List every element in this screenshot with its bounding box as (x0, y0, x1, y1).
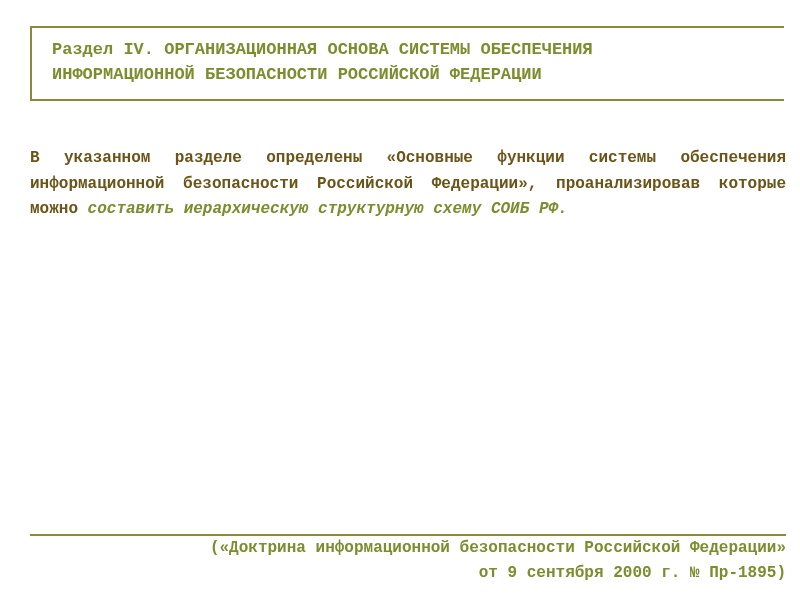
footer-line-1: («Доктрина информационной безопасности Р… (210, 539, 786, 557)
body-paragraph: В указанном разделе определены «Основные… (30, 146, 786, 223)
body-text-italic: составить иерархическую структурную схем… (88, 200, 568, 218)
section-title: Раздел IV. ОРГАНИЗАЦИОННАЯ ОСНОВА СИСТЕМ… (52, 38, 764, 87)
footer-citation: («Доктрина информационной безопасности Р… (30, 536, 786, 586)
title-line-2: ИНФОРМАЦИОННОЙ БЕЗОПАСНОСТИ РОССИЙСКОЙ Ф… (52, 65, 542, 84)
section-title-box: Раздел IV. ОРГАНИЗАЦИОННАЯ ОСНОВА СИСТЕМ… (30, 26, 784, 101)
footer-line-2: от 9 сентября 2000 г. № Пр-1895) (479, 564, 786, 582)
title-line-1: Раздел IV. ОРГАНИЗАЦИОННАЯ ОСНОВА СИСТЕМ… (52, 40, 593, 59)
